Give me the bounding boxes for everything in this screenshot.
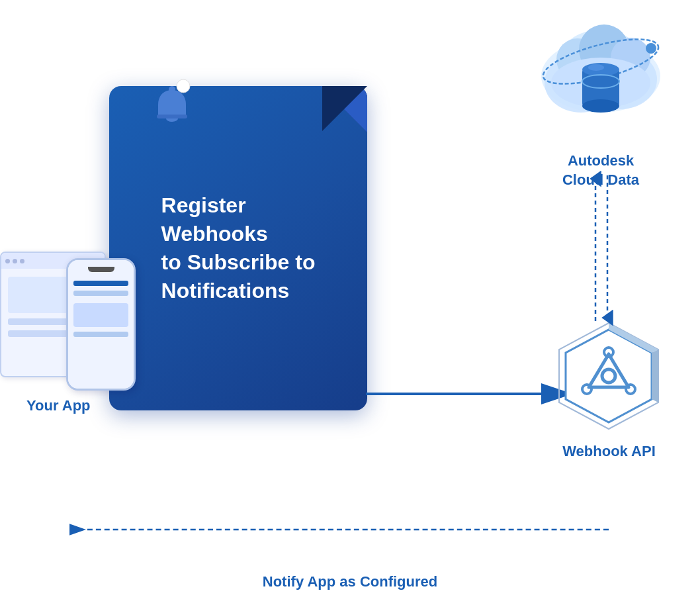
svg-rect-1 — [169, 86, 175, 93]
svg-point-0 — [177, 79, 190, 93]
phone-content-block — [73, 303, 128, 327]
vertical-dotted-arrow — [582, 165, 622, 331]
webhook-api-group: Webhook API — [551, 318, 667, 460]
arrow-right-svg — [363, 377, 581, 410]
doc-fold-corner — [322, 86, 367, 131]
svg-marker-9 — [652, 350, 658, 402]
svg-point-28 — [582, 99, 619, 113]
phone-bar-1 — [73, 281, 128, 286]
browser-dot-2 — [13, 259, 17, 263]
phone-notch — [88, 267, 114, 272]
phone-bar-2 — [73, 291, 128, 296]
svg-point-29 — [588, 64, 604, 71]
svg-rect-3 — [157, 115, 187, 118]
bell-icon — [149, 78, 195, 134]
doc-line4: Notifications — [161, 279, 290, 303]
browser-line-1 — [8, 318, 71, 325]
doc-line3: to Subscribe to — [161, 250, 316, 274]
cloud-svg — [528, 10, 674, 142]
svg-point-24 — [646, 43, 656, 54]
doc-line1: Register — [161, 193, 246, 217]
browser-dot-1 — [5, 259, 10, 263]
phone-mockup — [66, 258, 136, 391]
phone-screen — [68, 260, 134, 389]
your-app-label: Your App — [26, 397, 91, 414]
doc-text: Register Webhooks to Subscribe to Notifi… — [135, 171, 342, 326]
doc-line2: Webhooks — [161, 222, 268, 246]
cloud-database-group: Autodesk Cloud Data — [528, 10, 674, 189]
notify-app-label: Notify App as Configured — [263, 573, 437, 590]
bottom-dotted-arrow — [66, 510, 629, 569]
webhook-api-label: Webhook API — [562, 443, 656, 460]
document-card: Register Webhooks to Subscribe to Notifi… — [109, 86, 367, 410]
phone-bar-3 — [73, 332, 128, 337]
webhook-hexagon — [551, 318, 667, 434]
diagram-container: Register Webhooks to Subscribe to Notifi… — [0, 0, 700, 609]
browser-dot-3 — [20, 259, 24, 263]
